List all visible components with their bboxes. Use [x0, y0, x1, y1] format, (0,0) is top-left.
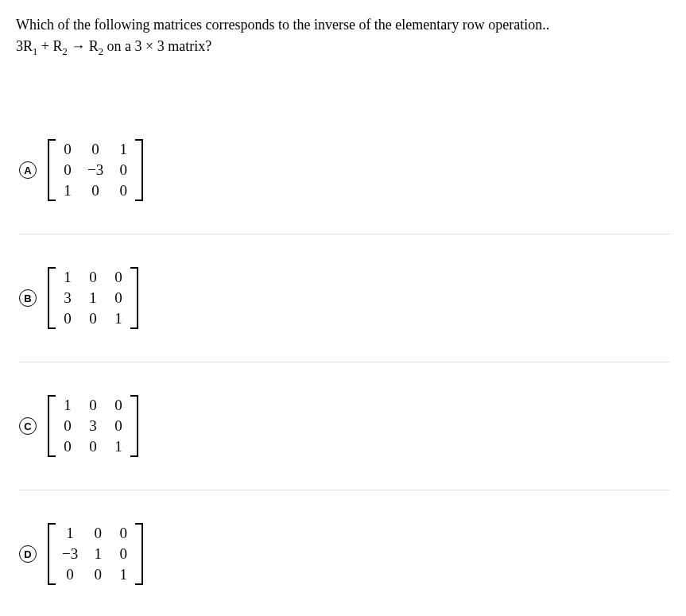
option-d[interactable]: D 100 −310 001 — [19, 490, 670, 616]
matrix-a: 001 0−30 100 — [48, 139, 143, 201]
question-text: Which of the following matrices correspo… — [16, 14, 670, 59]
options-container: A 001 0−30 100 B 100 310 001 C — [16, 107, 670, 616]
matrix-c: 100 030 001 — [48, 395, 138, 457]
option-a[interactable]: A 001 0−30 100 — [19, 107, 670, 234]
matrix-b: 100 310 001 — [48, 267, 138, 329]
matrix-d: 100 −310 001 — [48, 523, 143, 585]
option-label-b: B — [19, 289, 37, 307]
question-rest: on a 3 × 3 matrix? — [103, 38, 211, 54]
option-c[interactable]: C 100 030 001 — [19, 362, 670, 490]
option-label-c: C — [19, 417, 37, 435]
question-plus: + R — [37, 38, 62, 54]
question-line1: Which of the following matrices correspo… — [16, 17, 549, 33]
question-coef: 3R — [16, 38, 33, 54]
option-b[interactable]: B 100 310 001 — [19, 234, 670, 362]
option-label-a: A — [19, 161, 37, 179]
question-arrow: → R — [68, 38, 99, 54]
option-label-d: D — [19, 545, 37, 563]
